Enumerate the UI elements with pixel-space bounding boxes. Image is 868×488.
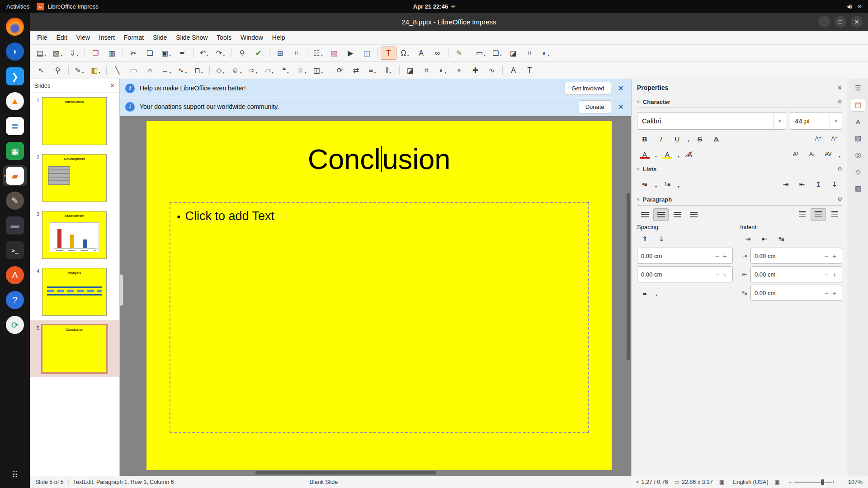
3d-objects-tool[interactable]: ◫ ▾ xyxy=(310,64,326,77)
shadow-button[interactable]: A xyxy=(708,132,724,145)
dock-libreoffice-calc[interactable]: ▦ xyxy=(3,141,27,161)
menu-window[interactable]: Window xyxy=(236,33,268,42)
dropdown-arrow-icon[interactable]: ▾ xyxy=(82,70,84,75)
spelling-button[interactable]: ✔ xyxy=(250,47,266,60)
slide-thumbnail-4[interactable]: 4 Analysis xyxy=(30,263,119,320)
copy-button[interactable]: ❏ xyxy=(142,47,158,60)
insert-line-tool[interactable]: ╲ xyxy=(109,64,125,77)
first-line-indent-field[interactable]: 0.00 cm − + xyxy=(750,285,842,301)
align-bottom-button[interactable] xyxy=(827,208,842,221)
window-titlebar[interactable]: 24_8.pptx - LibreOffice Impress − □ ✕ xyxy=(30,13,868,31)
vertical-text-button[interactable]: T xyxy=(522,64,538,77)
superscript-button[interactable]: A¹ xyxy=(788,148,803,160)
menu-file[interactable]: File xyxy=(33,33,52,42)
dock-firefox[interactable] xyxy=(3,16,27,37)
callouts-tool[interactable]: ❝ ▾ xyxy=(278,64,293,77)
fontwork-button[interactable]: A xyxy=(413,47,429,60)
insert-chart-button[interactable]: ◫ xyxy=(359,47,375,60)
font-color-dropdown-icon[interactable]: ▾ xyxy=(653,155,659,159)
lists-section-header[interactable]: ˅ Lists ⚙ xyxy=(637,163,842,175)
zoom-slider[interactable] xyxy=(794,479,832,485)
dock-libreoffice-writer[interactable]: ≣ xyxy=(3,116,27,136)
lines-arrows-tool[interactable]: → ▾ xyxy=(158,64,174,77)
basic-shapes-tool[interactable]: ◇ ▾ xyxy=(212,64,228,77)
dropdown-arrow-icon[interactable]: ▾ xyxy=(169,53,171,57)
align-right-button[interactable] xyxy=(670,208,685,221)
clear-formatting-button[interactable]: A xyxy=(682,148,698,160)
zoom-out-icon[interactable]: − xyxy=(788,479,792,485)
dropdown-arrow-icon[interactable]: ▾ xyxy=(99,70,100,75)
show-applications-icon[interactable]: ⠿ xyxy=(3,465,27,485)
stars-banners-tool[interactable]: ☆ ▾ xyxy=(294,64,310,77)
dropdown-arrow-icon[interactable]: ▾ xyxy=(444,70,446,75)
redo-button[interactable]: ↷ ▾ xyxy=(212,47,228,60)
crop-image-button[interactable]: ⌗ xyxy=(419,64,434,77)
slide-thumbnail-2[interactable]: 2 Development xyxy=(30,150,119,206)
close-window-button[interactable]: ✕ xyxy=(851,16,863,28)
save-button[interactable]: ⇓ ▾ xyxy=(66,47,82,60)
unordered-list-dropdown-icon[interactable]: ▾ xyxy=(653,185,659,189)
shadow-button[interactable]: ◪ xyxy=(505,47,521,60)
dock-ubuntu-software[interactable]: A xyxy=(3,265,27,286)
focused-app-name[interactable]: LibreOffice Impress xyxy=(47,3,98,10)
fontwork-text-button[interactable]: A xyxy=(505,64,521,77)
language-status[interactable]: English (USA) xyxy=(733,479,769,485)
flowchart-tool[interactable]: ▱ ▾ xyxy=(261,64,277,77)
to-curve-button[interactable]: ∿ xyxy=(484,64,500,77)
underline-dropdown-icon[interactable]: ▾ xyxy=(686,139,691,143)
slide-thumbnail-1[interactable]: 1 Introduction xyxy=(30,93,119,150)
undo-button[interactable]: ↶ ▾ xyxy=(196,47,212,60)
open-file-button[interactable]: ▧ ▾ xyxy=(50,47,66,60)
dropdown-arrow-icon[interactable]: ▾ xyxy=(240,70,242,75)
menu-edit[interactable]: Edit xyxy=(52,33,72,42)
section-options-icon[interactable]: ⚙ xyxy=(837,166,842,172)
block-arrows-tool[interactable]: ⇨ ▾ xyxy=(245,64,261,77)
dropdown-arrow-icon[interactable]: ▾ xyxy=(169,70,171,75)
shapes-deck-tab[interactable]: ◇ xyxy=(851,165,865,178)
align-center-button[interactable] xyxy=(653,208,669,221)
show-draw-functions-button[interactable]: ✎ xyxy=(451,47,467,60)
zoom-percentage[interactable]: 107% xyxy=(844,479,863,485)
dropdown-arrow-icon[interactable]: ▾ xyxy=(321,70,323,75)
new-document-button[interactable]: ▤ ▾ xyxy=(33,47,49,60)
notification-close-icon[interactable]: ✕ xyxy=(616,103,626,111)
minus-stepper[interactable]: − xyxy=(713,252,721,260)
clone-formatting-button[interactable]: ✒ xyxy=(175,47,190,60)
slide-thumbnail-3[interactable]: 3 Assessment xyxy=(30,206,119,263)
arrange-button[interactable]: ❏ ▾ xyxy=(489,47,505,60)
dropdown-arrow-icon[interactable]: ▾ xyxy=(255,70,257,75)
increase-indent-button[interactable]: ⇥ xyxy=(740,233,755,245)
menu-insert[interactable]: Insert xyxy=(94,33,119,42)
decrease-indent-button[interactable]: ⇤ xyxy=(757,233,772,245)
dropdown-arrow-icon[interactable]: ▾ xyxy=(223,53,225,57)
properties-deck-tab[interactable]: ▤ xyxy=(851,98,865,112)
select-tool[interactable]: ↖ xyxy=(33,64,49,77)
dropdown-arrow-icon[interactable]: ▾ xyxy=(185,70,187,75)
minus-stepper[interactable]: − xyxy=(823,252,830,260)
menu-slide[interactable]: Slide xyxy=(148,33,171,42)
dropdown-arrow-icon[interactable]: ▾ xyxy=(207,53,208,57)
highlight-color-dropdown-icon[interactable]: ▾ xyxy=(676,155,681,159)
menu-help[interactable]: Help xyxy=(268,33,290,42)
edit-points-button[interactable]: ⌖ xyxy=(451,64,467,77)
insert-text-box-button[interactable]: T xyxy=(381,47,396,60)
demote-button[interactable]: ⇥ xyxy=(778,178,793,191)
font-color-button[interactable]: A xyxy=(637,148,652,160)
character-section-header[interactable]: ˅ Character ⚙ xyxy=(637,96,842,108)
print-button[interactable]: ▥ xyxy=(104,47,120,60)
plus-stepper[interactable]: + xyxy=(830,271,838,278)
insert-image-button[interactable]: ▨ xyxy=(326,47,342,60)
display-grid-button[interactable]: ⊞ xyxy=(272,47,288,60)
hanging-indent-button[interactable]: ↹ xyxy=(774,233,789,245)
underline-button[interactable]: U xyxy=(670,132,685,145)
menu-slide-show[interactable]: Slide Show xyxy=(171,33,212,42)
export-pdf-button[interactable]: ❐ xyxy=(88,47,104,60)
font-name-combobox[interactable]: Calibri ▾ xyxy=(637,112,786,130)
styles-deck-tab[interactable]: A xyxy=(851,115,865,128)
dropdown-arrow-icon[interactable]: ▾ xyxy=(390,70,392,75)
horizontal-scrollbar[interactable] xyxy=(255,471,436,474)
minus-stepper[interactable]: − xyxy=(823,289,830,297)
spacing-above-field[interactable]: 0.00 cm − + xyxy=(637,248,733,264)
plus-stepper[interactable]: + xyxy=(830,252,838,260)
slide-thumbnail-5[interactable]: 5 Conclusion xyxy=(30,320,119,377)
